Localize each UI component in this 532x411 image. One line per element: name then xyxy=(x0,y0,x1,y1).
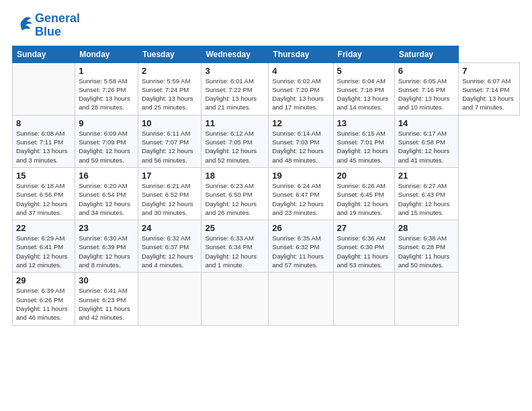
day-number: 14 xyxy=(398,118,455,128)
day-info: Sunrise: 6:20 AM Sunset: 6:54 PM Dayligh… xyxy=(79,181,134,217)
table-row xyxy=(394,273,459,325)
day-number: 15 xyxy=(16,171,71,181)
day-info: Sunrise: 6:14 AM Sunset: 7:03 PM Dayligh… xyxy=(272,129,329,165)
table-row xyxy=(202,273,269,325)
day-info: Sunrise: 6:38 AM Sunset: 6:28 PM Dayligh… xyxy=(398,234,455,269)
table-row: 23Sunrise: 6:30 AM Sunset: 6:39 PM Dayli… xyxy=(75,220,138,273)
table-row: 25Sunrise: 6:33 AM Sunset: 6:34 PM Dayli… xyxy=(202,220,269,273)
day-info: Sunrise: 6:02 AM Sunset: 7:20 PM Dayligh… xyxy=(272,77,329,112)
day-info: Sunrise: 6:41 AM Sunset: 6:23 PM Dayligh… xyxy=(79,286,134,322)
day-number: 19 xyxy=(272,171,329,181)
table-row xyxy=(13,62,75,115)
day-info: Sunrise: 5:58 AM Sunset: 7:26 PM Dayligh… xyxy=(79,77,134,112)
day-number: 4 xyxy=(272,66,329,76)
table-row: 7Sunrise: 6:07 AM Sunset: 7:14 PM Daylig… xyxy=(459,62,520,115)
day-info: Sunrise: 6:35 AM Sunset: 6:32 PM Dayligh… xyxy=(272,234,329,269)
table-row: 5Sunrise: 6:04 AM Sunset: 7:18 PM Daylig… xyxy=(333,62,394,115)
table-row: 11Sunrise: 6:12 AM Sunset: 7:05 PM Dayli… xyxy=(202,115,269,167)
day-number: 29 xyxy=(16,275,71,285)
day-info: Sunrise: 6:11 AM Sunset: 7:07 PM Dayligh… xyxy=(142,129,197,165)
day-number: 3 xyxy=(205,66,265,76)
table-row: 26Sunrise: 6:35 AM Sunset: 6:32 PM Dayli… xyxy=(269,220,333,273)
logo-text: General Blue xyxy=(35,12,80,39)
col-saturday: Saturday xyxy=(394,46,459,62)
col-tuesday: Tuesday xyxy=(138,46,201,62)
day-info: Sunrise: 6:21 AM Sunset: 6:52 PM Dayligh… xyxy=(142,181,197,217)
table-row: 15Sunrise: 6:18 AM Sunset: 6:56 PM Dayli… xyxy=(13,167,75,220)
day-info: Sunrise: 6:01 AM Sunset: 7:22 PM Dayligh… xyxy=(205,77,265,112)
day-number: 26 xyxy=(272,223,329,233)
table-row: 24Sunrise: 6:32 AM Sunset: 6:37 PM Dayli… xyxy=(138,220,201,273)
day-info: Sunrise: 6:17 AM Sunset: 6:58 PM Dayligh… xyxy=(398,129,455,165)
table-row xyxy=(333,273,394,325)
day-number: 20 xyxy=(337,171,391,181)
day-number: 17 xyxy=(142,171,197,181)
table-row: 3Sunrise: 6:01 AM Sunset: 7:22 PM Daylig… xyxy=(202,62,269,115)
table-row: 21Sunrise: 6:27 AM Sunset: 6:43 PM Dayli… xyxy=(394,167,459,220)
day-number: 2 xyxy=(142,66,197,76)
day-info: Sunrise: 6:24 AM Sunset: 6:47 PM Dayligh… xyxy=(272,181,329,217)
table-row: 29Sunrise: 6:39 AM Sunset: 6:26 PM Dayli… xyxy=(13,273,75,325)
day-info: Sunrise: 6:05 AM Sunset: 7:16 PM Dayligh… xyxy=(398,77,455,112)
day-info: Sunrise: 6:15 AM Sunset: 7:01 PM Dayligh… xyxy=(337,129,391,165)
table-row: 8Sunrise: 6:08 AM Sunset: 7:11 PM Daylig… xyxy=(13,115,75,167)
day-number: 16 xyxy=(79,171,134,181)
table-row: 13Sunrise: 6:15 AM Sunset: 7:01 PM Dayli… xyxy=(333,115,394,167)
table-row: 1Sunrise: 5:58 AM Sunset: 7:26 PM Daylig… xyxy=(75,62,138,115)
day-info: Sunrise: 6:30 AM Sunset: 6:39 PM Dayligh… xyxy=(79,234,134,269)
day-info: Sunrise: 6:29 AM Sunset: 6:41 PM Dayligh… xyxy=(16,234,71,269)
day-info: Sunrise: 6:12 AM Sunset: 7:05 PM Dayligh… xyxy=(205,129,265,165)
day-number: 23 xyxy=(79,223,134,233)
day-number: 28 xyxy=(398,223,455,233)
calendar-header-row: Sunday Monday Tuesday Wednesday Thursday… xyxy=(13,46,520,62)
day-number: 6 xyxy=(398,66,455,76)
day-number: 24 xyxy=(142,223,197,233)
table-row: 14Sunrise: 6:17 AM Sunset: 6:58 PM Dayli… xyxy=(394,115,459,167)
table-row: 18Sunrise: 6:23 AM Sunset: 6:50 PM Dayli… xyxy=(202,167,269,220)
day-number: 12 xyxy=(272,118,329,128)
calendar-table: Sunday Monday Tuesday Wednesday Thursday… xyxy=(12,46,520,326)
col-wednesday: Wednesday xyxy=(202,46,269,62)
table-row: 2Sunrise: 5:59 AM Sunset: 7:24 PM Daylig… xyxy=(138,62,201,115)
col-monday: Monday xyxy=(75,46,138,62)
day-info: Sunrise: 5:59 AM Sunset: 7:24 PM Dayligh… xyxy=(142,77,197,112)
day-info: Sunrise: 6:32 AM Sunset: 6:37 PM Dayligh… xyxy=(142,234,197,269)
logo-bird-icon xyxy=(12,16,32,35)
page-header: General Blue xyxy=(12,12,520,39)
day-number: 7 xyxy=(462,66,516,76)
day-info: Sunrise: 6:09 AM Sunset: 7:09 PM Dayligh… xyxy=(79,129,134,165)
table-row: 16Sunrise: 6:20 AM Sunset: 6:54 PM Dayli… xyxy=(75,167,138,220)
table-row: 10Sunrise: 6:11 AM Sunset: 7:07 PM Dayli… xyxy=(138,115,201,167)
day-info: Sunrise: 6:33 AM Sunset: 6:34 PM Dayligh… xyxy=(205,234,265,269)
table-row: 28Sunrise: 6:38 AM Sunset: 6:28 PM Dayli… xyxy=(394,220,459,273)
col-thursday: Thursday xyxy=(269,46,333,62)
table-row: 4Sunrise: 6:02 AM Sunset: 7:20 PM Daylig… xyxy=(269,62,333,115)
day-info: Sunrise: 6:08 AM Sunset: 7:11 PM Dayligh… xyxy=(16,129,71,165)
table-row: 9Sunrise: 6:09 AM Sunset: 7:09 PM Daylig… xyxy=(75,115,138,167)
table-row: 27Sunrise: 6:36 AM Sunset: 6:30 PM Dayli… xyxy=(333,220,394,273)
day-number: 22 xyxy=(16,223,71,233)
day-info: Sunrise: 6:39 AM Sunset: 6:26 PM Dayligh… xyxy=(16,286,71,322)
day-info: Sunrise: 6:07 AM Sunset: 7:14 PM Dayligh… xyxy=(462,77,516,112)
table-row xyxy=(269,273,333,325)
day-info: Sunrise: 6:26 AM Sunset: 6:45 PM Dayligh… xyxy=(337,181,391,217)
day-number: 27 xyxy=(337,223,391,233)
day-number: 21 xyxy=(398,171,455,181)
day-number: 5 xyxy=(337,66,391,76)
day-number: 11 xyxy=(205,118,265,128)
day-info: Sunrise: 6:36 AM Sunset: 6:30 PM Dayligh… xyxy=(337,234,391,269)
col-sunday: Sunday xyxy=(13,46,75,62)
day-number: 13 xyxy=(337,118,391,128)
day-number: 1 xyxy=(79,66,134,76)
day-info: Sunrise: 6:23 AM Sunset: 6:50 PM Dayligh… xyxy=(205,181,265,217)
table-row: 30Sunrise: 6:41 AM Sunset: 6:23 PM Dayli… xyxy=(75,273,138,325)
day-number: 25 xyxy=(205,223,265,233)
table-row xyxy=(138,273,201,325)
day-info: Sunrise: 6:27 AM Sunset: 6:43 PM Dayligh… xyxy=(398,181,455,217)
col-friday: Friday xyxy=(333,46,394,62)
table-row: 19Sunrise: 6:24 AM Sunset: 6:47 PM Dayli… xyxy=(269,167,333,220)
day-number: 8 xyxy=(16,118,71,128)
day-number: 9 xyxy=(79,118,134,128)
table-row: 12Sunrise: 6:14 AM Sunset: 7:03 PM Dayli… xyxy=(269,115,333,167)
logo: General Blue xyxy=(12,12,80,39)
